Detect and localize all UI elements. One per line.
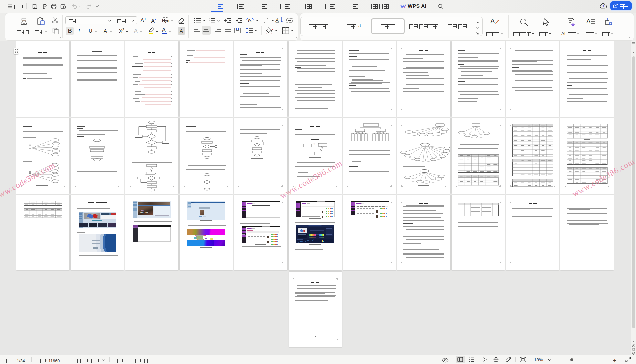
- svg-text:htp: htp: [314, 143, 315, 145]
- svg-text:XXXXXXX: XXXXXXX: [140, 212, 148, 214]
